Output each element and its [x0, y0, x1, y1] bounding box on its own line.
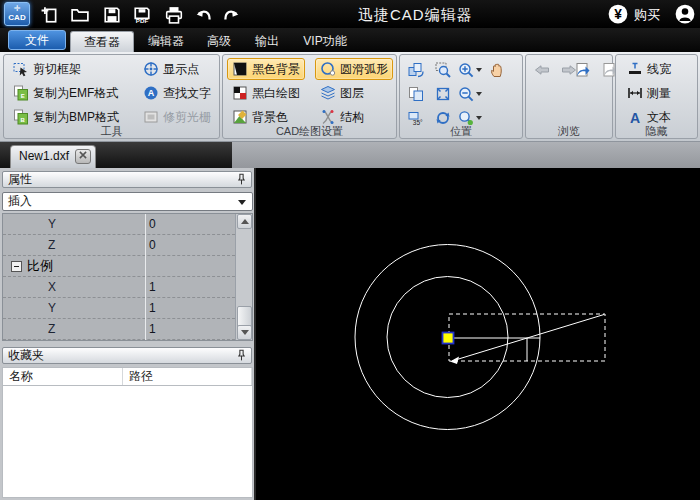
group-label-draw-settings: CAD绘图设置	[223, 124, 396, 137]
open-file-button[interactable]	[68, 4, 92, 26]
property-row[interactable]: Z 0	[3, 235, 235, 256]
text-icon: A	[627, 109, 643, 125]
property-row[interactable]: Y 1	[3, 298, 235, 319]
save-pdf-button[interactable]: PDF	[130, 4, 154, 26]
chevron-down-icon	[238, 200, 246, 205]
nav-back-button[interactable]	[530, 59, 554, 81]
bw-drawing-button[interactable]: 黑白绘图	[227, 82, 305, 104]
user-account-icon[interactable]	[675, 4, 695, 28]
smooth-arc-icon	[320, 61, 336, 77]
app-logo[interactable]: ✛ CAD	[4, 2, 30, 26]
find-text-icon: A	[143, 85, 159, 101]
layers-button[interactable]: 图层	[315, 82, 393, 104]
close-tab-button[interactable]	[75, 149, 91, 164]
property-group-row[interactable]: 比例	[3, 256, 235, 277]
zoom-in-button[interactable]	[458, 59, 482, 81]
column-header-name[interactable]: 名称	[3, 368, 123, 385]
buy-button[interactable]: 购买	[634, 6, 660, 24]
title-bar: ✛ CAD PDF 迅捷CAD编辑器 ¥ 购买	[0, 0, 700, 28]
copy-emf-button[interactable]: E 复制为EMF格式	[8, 82, 124, 104]
property-grid: Y 0 Z 0 比例 X 1 Y 1 Z 1	[2, 213, 253, 341]
menu-bar: 文件 查看器 编辑器 高级 输出 VIP功能	[0, 28, 700, 52]
properties-header[interactable]: 属性	[2, 171, 252, 188]
cut-frame-button[interactable]: 剪切框架	[8, 58, 124, 80]
tab-file[interactable]: 文件	[8, 30, 66, 50]
black-background-icon	[232, 61, 248, 77]
pan-button[interactable]	[485, 59, 509, 81]
pan-hand-icon	[489, 62, 505, 78]
ribbon-group-draw-settings: 黑色背景 黑白绘图 背景色 圆滑弧形 图层 结构	[222, 54, 397, 139]
measure-button[interactable]: 测量	[622, 82, 676, 104]
trim-raster-icon	[143, 109, 159, 125]
arrow-down-icon	[241, 330, 249, 335]
property-row[interactable]: X 1	[3, 277, 235, 298]
insert-selector[interactable]: 插入	[2, 192, 253, 211]
new-file-button[interactable]	[38, 4, 62, 26]
tab-vip[interactable]: VIP功能	[294, 31, 356, 52]
print-icon	[164, 6, 184, 24]
favorites-header[interactable]: 收藏夹	[2, 347, 252, 364]
ribbon-group-hide: 线宽 测量 A 文本 隐藏	[615, 54, 698, 139]
show-points-icon	[143, 61, 159, 77]
zoom-window-button[interactable]	[431, 59, 455, 81]
window-title: 迅捷CAD编辑器	[358, 6, 473, 25]
crosshair-icon: ✛	[5, 5, 29, 13]
svg-text:A: A	[148, 88, 155, 98]
rotate-view-button[interactable]	[404, 59, 428, 81]
find-text-button[interactable]: A 查找文字	[138, 82, 216, 104]
zoom-extents-button[interactable]	[431, 83, 455, 105]
cad-editor-window: ✛ CAD PDF 迅捷CAD编辑器 ¥ 购买 文件 查看器 编辑器 高级 输出…	[0, 0, 700, 500]
redo-icon	[222, 6, 240, 24]
svg-text:¥: ¥	[614, 7, 622, 22]
property-row[interactable]: Z 1	[3, 319, 235, 340]
scroll-up-button[interactable]	[237, 214, 252, 229]
collapse-icon[interactable]	[11, 261, 22, 272]
document-tab-strip: New1.dxf	[0, 142, 700, 168]
pin-icon[interactable]	[235, 173, 248, 190]
print-button[interactable]	[162, 4, 186, 26]
ribbon-group-browse: 浏览	[525, 54, 613, 139]
pin-icon[interactable]	[235, 349, 248, 366]
svg-text:PDF: PDF	[136, 17, 149, 24]
layers-icon	[320, 85, 336, 101]
save-pdf-icon: PDF	[132, 6, 152, 24]
tab-output[interactable]: 输出	[246, 31, 288, 52]
tab-editor[interactable]: 编辑器	[140, 31, 192, 52]
favorites-list[interactable]	[2, 386, 253, 498]
paste-view-button[interactable]	[404, 83, 428, 105]
black-background-toggle[interactable]: 黑色背景	[227, 58, 305, 80]
tab-viewer[interactable]: 查看器	[70, 31, 134, 52]
undo-icon	[195, 6, 213, 24]
ribbon-group-tools: 剪切框架 E 复制为EMF格式 B 复制为BMP格式 显示点 A 查找文字 修	[3, 54, 220, 139]
group-label-position: 位置	[400, 124, 522, 137]
logo-text: CAD	[8, 13, 25, 22]
rotate-view-icon	[408, 62, 424, 78]
show-points-button[interactable]: 显示点	[138, 58, 216, 80]
redo-button[interactable]	[219, 4, 243, 26]
property-scrollbar[interactable]	[235, 214, 252, 340]
zoom-in-icon	[458, 62, 474, 78]
line-width-button[interactable]: 线宽	[622, 58, 676, 80]
scroll-down-button[interactable]	[237, 325, 252, 340]
ribbon: 剪切框架 E 复制为EMF格式 B 复制为BMP格式 显示点 A 查找文字 修	[0, 52, 700, 142]
property-row[interactable]: Y 0	[3, 214, 235, 235]
arrow-up-icon	[241, 219, 249, 224]
tab-advanced[interactable]: 高级	[198, 31, 240, 52]
zoom-extents-icon	[435, 86, 451, 102]
yen-icon[interactable]: ¥	[608, 4, 628, 28]
open-folder-icon	[70, 6, 90, 24]
drawing-canvas[interactable]	[256, 168, 700, 500]
column-header-path[interactable]: 路径	[123, 368, 252, 385]
save-button[interactable]	[100, 4, 124, 26]
dropdown-caret-icon	[476, 116, 482, 120]
view-jump-back-button[interactable]	[570, 59, 594, 81]
undo-button[interactable]	[192, 4, 216, 26]
document-tab[interactable]: New1.dxf	[10, 145, 96, 168]
new-file-icon	[41, 6, 59, 24]
zoom-out-button[interactable]	[458, 83, 482, 105]
column-divider	[145, 214, 146, 341]
left-panel: 属性 插入 Y 0 Z 0 比例 X 1 Y 1 Z	[0, 168, 256, 500]
smooth-arc-toggle[interactable]: 圆滑弧形	[315, 58, 393, 80]
ribbon-group-position: 35° 位置	[399, 54, 523, 139]
cut-frame-icon	[13, 61, 29, 77]
